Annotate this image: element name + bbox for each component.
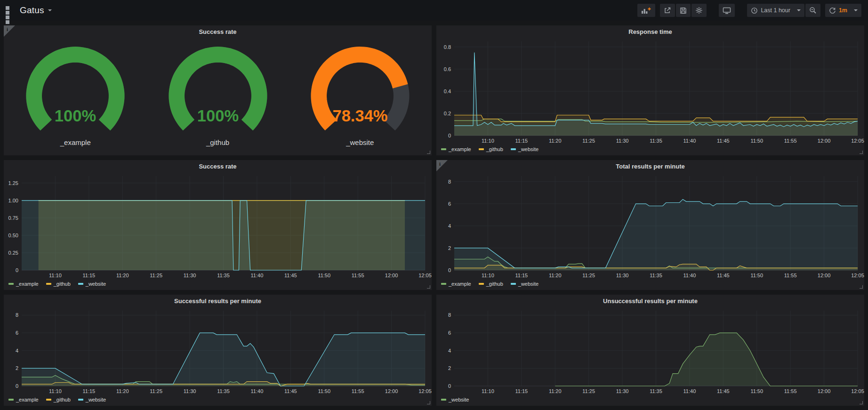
svg-text:11:30: 11:30 xyxy=(616,138,629,144)
clock-icon xyxy=(751,7,758,14)
refresh-interval-label: 1m xyxy=(839,7,847,14)
save-button[interactable] xyxy=(676,4,691,17)
dashboard-grid-icon[interactable] xyxy=(6,6,14,15)
panel-info-corner-icon[interactable] xyxy=(4,25,15,37)
chart-legend: _example_github_website xyxy=(4,280,432,290)
cycle-view-button[interactable] xyxy=(719,4,735,17)
panel-header[interactable]: Success rate xyxy=(4,160,432,172)
svg-text:2: 2 xyxy=(16,365,18,371)
svg-text:12:00: 12:00 xyxy=(385,388,398,394)
tv-monitor-icon xyxy=(723,7,731,14)
legend-label: _example xyxy=(449,281,471,287)
svg-text:11:15: 11:15 xyxy=(515,138,528,144)
legend-item-_github[interactable]: _github xyxy=(46,397,71,402)
svg-text:11:50: 11:50 xyxy=(750,273,763,278)
svg-text:11:15: 11:15 xyxy=(82,388,95,394)
legend-swatch xyxy=(441,399,446,401)
legend-swatch xyxy=(8,399,14,401)
chart-canvas[interactable]: 11:1011:1511:2011:2511:3011:3511:4011:45… xyxy=(436,172,864,280)
legend-swatch xyxy=(46,283,51,285)
legend-item-_website[interactable]: _website xyxy=(511,281,538,287)
chart-svg: 11:1011:1511:2011:2511:3011:3511:4011:45… xyxy=(436,38,864,145)
svg-text:11:30: 11:30 xyxy=(184,388,196,394)
panel-header[interactable]: Unsuccessful results per minute xyxy=(436,295,864,307)
svg-text:1.00: 1.00 xyxy=(8,198,18,203)
svg-text:11:55: 11:55 xyxy=(352,388,364,394)
chart-legend: _example_github_website xyxy=(436,280,864,290)
gauge-value: 100% xyxy=(197,107,238,125)
svg-text:11:20: 11:20 xyxy=(116,388,129,394)
legend-label: _example xyxy=(16,397,39,402)
svg-text:11:50: 11:50 xyxy=(318,273,330,278)
share-button[interactable] xyxy=(660,4,675,17)
legend-item-_example[interactable]: _example xyxy=(441,146,471,152)
svg-text:11:25: 11:25 xyxy=(582,388,595,394)
chevron-down-icon xyxy=(797,9,801,11)
panel-success-rate: Success rate 11:1011:1511:2011:2511:3011… xyxy=(4,160,432,290)
legend-label: _website xyxy=(449,397,469,402)
gauge-arc: 100% xyxy=(9,43,141,137)
zoom-out-button[interactable] xyxy=(805,4,820,17)
panel-header[interactable]: Total results per minute xyxy=(436,160,864,172)
svg-text:11:15: 11:15 xyxy=(82,273,95,278)
legend-label: _example xyxy=(449,146,471,152)
svg-text:0.25: 0.25 xyxy=(8,250,18,256)
legend-item-_github[interactable]: _github xyxy=(479,281,503,287)
panel-resize-handle[interactable] xyxy=(860,151,863,154)
zoom-out-icon xyxy=(809,7,817,14)
panel-resize-handle[interactable] xyxy=(427,401,430,404)
dashboard-title[interactable]: Gatus xyxy=(20,5,44,16)
bar-chart-plus-icon xyxy=(641,7,651,14)
chart-canvas[interactable]: 11:1011:1511:2011:2511:3011:3511:4011:45… xyxy=(4,172,432,280)
svg-text:4: 4 xyxy=(16,348,18,354)
legend-item-_example[interactable]: _example xyxy=(8,397,39,402)
svg-text:11:55: 11:55 xyxy=(784,273,797,278)
legend-label: _website xyxy=(86,397,106,402)
time-range-button[interactable]: Last 1 hour xyxy=(747,4,804,17)
add-panel-button[interactable] xyxy=(637,4,655,17)
panel-header[interactable]: Successful results per minute xyxy=(4,295,432,307)
svg-text:11:50: 11:50 xyxy=(750,138,763,144)
legend-label: _website xyxy=(86,281,106,287)
svg-text:11:30: 11:30 xyxy=(184,273,196,278)
panel-resize-handle[interactable] xyxy=(860,285,863,289)
chart-canvas[interactable]: 11:1011:1511:2011:2511:3011:3511:4011:45… xyxy=(4,307,432,395)
gauge-label: _github xyxy=(147,138,289,146)
legend-item-_example[interactable]: _example xyxy=(8,281,39,287)
legend-label: _example xyxy=(16,281,39,287)
svg-text:8: 8 xyxy=(448,179,451,185)
panel-resize-handle[interactable] xyxy=(860,401,863,404)
svg-text:11:45: 11:45 xyxy=(717,138,730,144)
chart-legend: _example_github_website xyxy=(4,395,432,406)
legend-item-_website[interactable]: _website xyxy=(78,281,106,287)
panel-resize-handle[interactable] xyxy=(427,151,430,154)
svg-text:2: 2 xyxy=(448,245,451,251)
panel-resize-handle[interactable] xyxy=(427,285,430,289)
legend-item-_website[interactable]: _website xyxy=(441,397,469,402)
panel-total-results: i Total results per minute 11:1011:1511:… xyxy=(436,160,864,290)
panel-header[interactable]: Response time xyxy=(436,25,864,38)
refresh-button[interactable]: 1m xyxy=(825,4,861,17)
legend-item-_github[interactable]: _github xyxy=(479,146,503,152)
chart-canvas[interactable]: 11:1011:1511:2011:2511:3011:3511:4011:45… xyxy=(436,38,864,145)
legend-item-_website[interactable]: _website xyxy=(511,146,538,152)
svg-text:12:00: 12:00 xyxy=(818,388,831,394)
legend-item-_example[interactable]: _example xyxy=(441,281,471,287)
chart-canvas[interactable]: 11:1011:1511:2011:2511:3011:3511:4011:45… xyxy=(436,307,864,395)
panel-info-corner-icon[interactable] xyxy=(436,160,448,171)
chart-svg: 11:1011:1511:2011:2511:3011:3511:4011:45… xyxy=(436,307,864,395)
svg-text:11:35: 11:35 xyxy=(650,273,662,278)
svg-text:0: 0 xyxy=(16,267,18,273)
panel-header[interactable]: Success rate xyxy=(4,25,432,38)
legend-swatch xyxy=(511,148,516,150)
legend-item-_website[interactable]: _website xyxy=(78,397,106,402)
svg-text:11:50: 11:50 xyxy=(318,388,330,394)
svg-text:11:40: 11:40 xyxy=(683,138,696,144)
svg-text:11:20: 11:20 xyxy=(116,273,129,278)
legend-item-_github[interactable]: _github xyxy=(46,281,71,287)
settings-button[interactable] xyxy=(691,4,707,17)
svg-text:11:40: 11:40 xyxy=(683,273,696,278)
svg-text:12:00: 12:00 xyxy=(818,273,831,278)
svg-text:11:20: 11:20 xyxy=(549,388,562,394)
legend-label: _github xyxy=(54,281,71,287)
